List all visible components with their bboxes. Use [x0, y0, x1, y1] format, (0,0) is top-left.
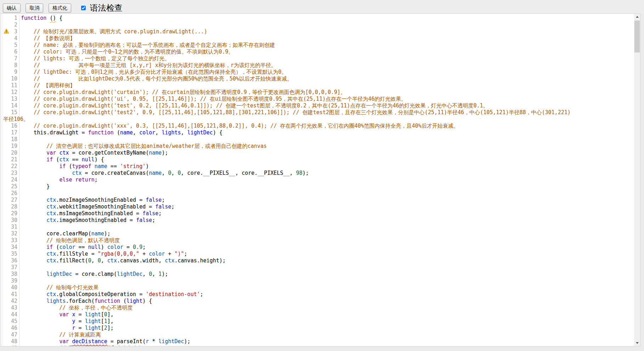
code-line: 43 // 坐标，半径，中心不透明度 [0, 305, 634, 311]
line-number: 48 [0, 338, 19, 345]
line-number: 31 [0, 224, 19, 230]
line-number: 34 [0, 244, 19, 251]
code-line: 15 // core.plugin.drawLight('test2', 0.9… [0, 109, 634, 116]
scroll-down-button[interactable] [634, 340, 640, 346]
line-number: 43 [0, 305, 19, 311]
code-line: 24 else return; [0, 177, 634, 183]
code-text: // 绘制灯光/漆黑层效果。调用方式 core.plugin.drawLight… [19, 28, 207, 35]
code-text: function () { [19, 15, 62, 22]
code-text: core.clearMap(name); [19, 230, 111, 237]
code-text: // 正方形区域的直径和左上角坐标 [19, 345, 143, 346]
syntax-check-control: 语法检查 [81, 2, 122, 13]
code-line: 35 ctx.fillStyle = "rgba(0,0,0," + color… [0, 251, 634, 257]
line-number: 21 [0, 156, 19, 163]
line-number: 46 [0, 325, 19, 332]
code-text: // lightDec: 可选，0到1之间，光从多少百分比才开始衰减（在此范围内… [19, 69, 287, 76]
code-text: var ctx = core.getContextByName(name); [19, 150, 168, 156]
code-line: 42 lights.forEach(function (light) { [0, 298, 634, 305]
line-number: 39 [0, 278, 19, 284]
line-number: 4 [0, 35, 19, 42]
code-text: // lights: 可选，一个数组，定义了每个独立的灯光。 [19, 55, 170, 62]
line-number: 36 [0, 257, 19, 264]
code-text [19, 224, 21, 230]
code-line: 16 // core.plugin.drawLight('xxx', 0.3, … [0, 123, 634, 129]
code-text: // 其中每一项是三元组 [x,y,r] x和y分别为该灯光的横纵坐标，r为该灯… [19, 62, 276, 69]
code-text: // 【调用样例】 [19, 82, 75, 89]
code-line: 31 [0, 224, 634, 230]
code-line: 7 // lights: 可选，一个数组，定义了每个独立的灯光。 [0, 55, 634, 62]
line-number: 24 [0, 177, 19, 183]
code-line: 30 ctx.imageSmoothingEnabled = false; [0, 217, 634, 224]
code-text: // 清空色调层；也可以修改成其它层比如animate/weather层，或者用… [19, 143, 267, 150]
line-number: 14 [0, 102, 19, 109]
code-text: // 比如lightDec为0.5代表，每个灯光部分内圈50%的范围全亮，50%… [19, 76, 292, 82]
code-text: // 绘制每个灯光效果 [19, 284, 98, 291]
code-line: 45 y = light[1], [0, 318, 634, 325]
code-text: if (typeof name == 'string') [19, 163, 149, 170]
code-line: 33 // 绘制色调层，默认不透明度 [0, 237, 634, 244]
warning-icon [4, 28, 9, 34]
syntax-check-checkbox[interactable] [81, 6, 86, 10]
code-line: 21 if (ctx == null) { [0, 156, 634, 163]
code-line: 49 // 正方形区域的直径和左上角坐标 [0, 345, 634, 346]
line-number: 6 [0, 49, 19, 55]
line-number: 49 [0, 345, 19, 346]
cancel-button[interactable]: 取消 [26, 4, 43, 13]
code-line: 47 // 计算衰减距离 [0, 332, 634, 338]
line-number: 12 [0, 89, 19, 96]
line-number: 15 [0, 109, 19, 116]
code-line: 48 var decDistance = parseInt(r * lightD… [0, 338, 634, 345]
code-line: 23 ctx = core.createCanvas(name, 0, 0, c… [0, 170, 634, 177]
code-text: lightDec = core.clamp(lightDec, 0, 1); [19, 271, 168, 278]
line-number: 35 [0, 251, 19, 257]
line-number: 28 [0, 204, 19, 210]
scroll-up-button[interactable] [634, 14, 640, 20]
code-line: 20 var ctx = core.getContextByName(name)… [0, 150, 634, 156]
code-line: 28 ctx.webkitImageSmoothingEnabled = fal… [0, 204, 634, 210]
line-number: 26 [0, 190, 19, 197]
code-line: 13 // core.plugin.drawLight('ui', 0.95, … [0, 96, 634, 102]
code-text: this.drawLight = function (name, color, … [19, 129, 222, 136]
down-arrow-icon [636, 342, 639, 344]
code-line: 37 [0, 264, 634, 271]
code-line: 38 lightDec = core.clamp(lightDec, 0, 1)… [0, 271, 634, 278]
code-line: 3 // 绘制灯光/漆黑层效果。调用方式 core.plugin.drawLig… [0, 28, 634, 35]
code-line: 40 // 绘制每个灯光效果 [0, 284, 634, 291]
code-line: 18 [0, 136, 634, 143]
code-line: 26 [0, 190, 634, 197]
line-number: 32 [0, 230, 19, 237]
code-text: ctx = core.createCanvas(name, 0, 0, core… [19, 170, 309, 177]
code-text: ctx.msImageSmoothingEnabled = false; [19, 210, 162, 217]
scrollbar-thumb[interactable] [634, 21, 640, 52]
code-line: 17 this.drawLight = function (name, colo… [0, 129, 634, 136]
code-text [19, 278, 21, 284]
plugin-code-editor-page: 确认 取消 格式化 语法检查 1function () {23 // 绘制灯光/… [0, 0, 644, 351]
line-number: 33 [0, 237, 19, 244]
line-number: 45 [0, 318, 19, 325]
line-number: 9 [0, 69, 19, 76]
code-line: 25 } [0, 183, 634, 190]
code-line: 9 // lightDec: 可选，0到1之间，光从多少百分比才开始衰减（在此范… [0, 69, 634, 76]
line-number: 40 [0, 284, 19, 291]
syntax-check-label: 语法检查 [90, 3, 123, 12]
line-number: 29 [0, 210, 19, 217]
code-editor[interactable]: 1function () {23 // 绘制灯光/漆黑层效果。调用方式 core… [0, 13, 640, 346]
line-number: 37 [0, 264, 19, 271]
confirm-button[interactable]: 确认 [3, 4, 21, 13]
format-button[interactable]: 格式化 [49, 4, 71, 13]
code-line: 4 // 【参数说明】 [0, 35, 634, 42]
line-number: 22 [0, 163, 19, 170]
code-text: ctx.mozImageSmoothingEnabled = false; [19, 197, 165, 204]
line-number: 47 [0, 332, 19, 338]
code-text: ctx.globalCompositeOperation = 'destinat… [19, 291, 203, 298]
line-number: 16 [0, 123, 19, 129]
code-line: 14 // core.plugin.drawLight('test', 0.2,… [0, 102, 634, 109]
code-text: ctx.webkitImageSmoothingEnabled = false; [19, 204, 175, 210]
code-line: 36 ctx.fillRect(0, 0, ctx.canvas.width, … [0, 257, 634, 264]
line-number: 23 [0, 170, 19, 177]
code-area[interactable]: 1function () {23 // 绘制灯光/漆黑层效果。调用方式 core… [0, 14, 634, 346]
vertical-scrollbar[interactable] [634, 14, 640, 346]
code-text: } [19, 183, 50, 190]
code-text: else return; [19, 177, 98, 183]
line-number: 25 [0, 183, 19, 190]
